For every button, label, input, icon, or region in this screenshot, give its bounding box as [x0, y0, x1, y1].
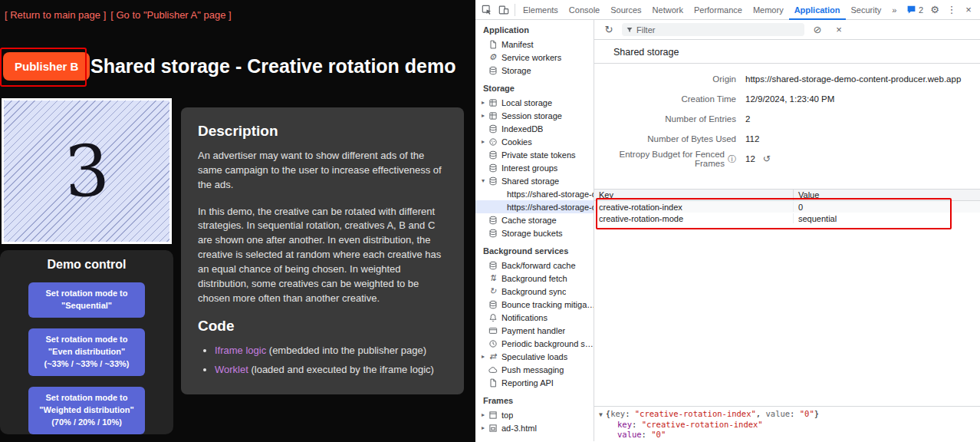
sidebar-item[interactable]: ▸ Local storage — [475, 96, 594, 109]
sidebar-item[interactable]: Storage buckets — [475, 226, 594, 239]
expander-icon[interactable]: ▸ — [479, 353, 487, 360]
item-icon — [487, 163, 498, 173]
disclosure-triangle-icon[interactable]: ▼ — [599, 411, 603, 418]
sidebar-item-label: Shared storage — [502, 176, 559, 186]
field-row: Creation Timeⓘ 12/9/2024, 1:23:40 PM ↺ — [594, 89, 980, 109]
item-icon — [487, 260, 498, 270]
expander-icon[interactable]: ▸ — [479, 138, 487, 145]
inspect-element-icon[interactable] — [478, 2, 495, 18]
sidebar-item[interactable]: ▸ Cookies — [475, 135, 594, 148]
expander-icon[interactable]: ▾ — [479, 177, 487, 184]
sidebar-item[interactable]: IndexedDB — [475, 122, 594, 135]
sidebar-item[interactable]: Payment handler — [475, 324, 594, 337]
code-list-item: Iframe logic (embedded into the publishe… — [215, 344, 447, 358]
issues-badge[interactable]: 2 — [906, 5, 923, 15]
expander-icon[interactable]: ▸ — [479, 112, 487, 119]
code-link[interactable]: Worklet — [215, 364, 248, 375]
devtools-tab[interactable]: Application — [789, 0, 846, 20]
sidebar-item[interactable]: Private state tokens — [475, 148, 594, 161]
sidebar-item[interactable]: ▸ Session storage — [475, 109, 594, 122]
item-icon — [487, 215, 498, 225]
devtools-tab[interactable]: Performance — [689, 0, 748, 20]
table-rows: creative-rotation-index 0 creative-rotat… — [594, 201, 980, 224]
rotation-mode-even-button[interactable]: Set rotation mode to "Even distribution"… — [28, 328, 145, 376]
sidebar-item[interactable]: Manifest — [475, 38, 594, 51]
sidebar-item[interactable]: Reporting API — [475, 376, 594, 389]
sidebar-item[interactable]: ▸ top — [475, 408, 594, 421]
column-header-value[interactable]: Value — [794, 190, 980, 200]
ad-creative[interactable]: 3 — [2, 98, 172, 244]
devtools-tab[interactable]: Security — [846, 0, 887, 20]
devtools-tab[interactable]: Sources — [605, 0, 646, 20]
nav-link[interactable]: [ Return to main page ] — [5, 9, 106, 21]
sidebar-item[interactable]: https://shared-storage-d… — [475, 200, 594, 213]
devtools-tab[interactable]: Elements — [518, 0, 564, 20]
code-heading: Code — [198, 318, 447, 335]
sidebar-item-label: Private state tokens — [502, 150, 576, 160]
sidebar-item-label: Speculative loads — [502, 352, 567, 361]
info-icon[interactable]: ⓘ — [728, 155, 736, 163]
sidebar-item-label: Notifications — [502, 313, 548, 322]
sidebar-item[interactable]: Bounce tracking mitiga… — [475, 298, 594, 311]
code-list-item: Worklet (loaded and executed by the ifra… — [215, 363, 447, 378]
item-icon — [487, 325, 498, 335]
rotation-mode-sequential-button[interactable]: Set rotation mode to "Sequential" — [28, 282, 145, 318]
sidebar-item[interactable]: Interest groups — [475, 161, 594, 174]
device-toolbar-icon[interactable] — [495, 2, 512, 18]
settings-gear-icon[interactable]: ⚙ — [926, 2, 943, 18]
sidebar-item[interactable]: Notifications — [475, 311, 594, 324]
sidebar-item[interactable]: Back/forward cache — [475, 259, 594, 272]
nav-link[interactable]: [ Go to "Publisher A" page ] — [110, 9, 231, 21]
column-header-key[interactable]: Key — [594, 190, 794, 200]
table-header-row: Key Value — [594, 189, 980, 201]
code-link[interactable]: Iframe logic — [215, 345, 266, 356]
filter-input[interactable] — [636, 25, 801, 35]
sidebar-item[interactable]: ▸ ad-3.html — [475, 421, 594, 434]
sidebar-item[interactable]: https://shared-storage-d… — [475, 187, 594, 200]
sidebar-item[interactable]: ⇅ Background fetch — [475, 272, 594, 285]
sidebar-item-label: ad-3.html — [502, 424, 537, 433]
block-icon[interactable]: ⊘ — [809, 21, 826, 38]
rotation-mode-weighted-button[interactable]: Set rotation mode to "Weighted distribut… — [28, 387, 145, 434]
field-value: 12/9/2024, 1:23:40 PM — [745, 94, 834, 104]
field-value: 12 — [745, 154, 755, 163]
expander-icon[interactable]: ▸ — [479, 411, 487, 418]
sidebar-item[interactable]: ▾ Shared storage — [475, 174, 594, 187]
clear-icon[interactable]: × — [830, 21, 847, 38]
metadata-fields: Originⓘ https://shared-storage-demo-cont… — [594, 64, 980, 169]
item-icon — [487, 338, 498, 348]
reset-budget-icon[interactable]: ↺ — [763, 154, 771, 163]
table-cell-key: creative-rotation-index — [594, 202, 794, 212]
devtools-tab[interactable]: Console — [564, 0, 605, 20]
sidebar-item[interactable]: ▸ ⇄ Speculative loads — [475, 350, 594, 363]
filter-box[interactable] — [622, 23, 804, 36]
table-cell-key: creative-rotation-mode — [594, 213, 794, 223]
devtools-window: Elements Console Sources Network Perform… — [475, 0, 980, 442]
expander-icon[interactable]: ▸ — [479, 424, 487, 431]
sidebar-item[interactable]: Periodic background s… — [475, 337, 594, 350]
refresh-icon[interactable]: ↻ — [600, 21, 617, 38]
sidebar-section-title: Application — [475, 21, 594, 38]
sidebar-item-label: Local storage — [502, 98, 552, 107]
sidebar-item[interactable]: Storage — [475, 64, 594, 77]
preview-entry: key: "creative-rotation-index" — [599, 420, 980, 430]
table-row[interactable]: creative-rotation-mode sequential — [594, 213, 980, 224]
sidebar-item[interactable]: Cache storage — [475, 213, 594, 226]
item-icon — [487, 312, 498, 322]
devtools-tab[interactable]: Network — [647, 0, 689, 20]
publisher-page: [ Return to main page ] [ Go to "Publish… — [0, 0, 475, 442]
more-tabs-chevron-icon[interactable]: » — [886, 5, 902, 15]
sidebar-item[interactable]: ⚙ Service workers — [475, 51, 594, 64]
item-icon — [487, 150, 498, 160]
table-row[interactable]: creative-rotation-index 0 — [594, 201, 980, 213]
close-devtools-icon[interactable]: × — [960, 2, 977, 18]
expander-icon[interactable]: ▸ — [479, 99, 487, 106]
sidebar-item-label: Periodic background s… — [502, 339, 594, 348]
sidebar-item-label: Cache storage — [502, 216, 557, 225]
sidebar-item[interactable]: Push messaging — [475, 363, 594, 376]
sidebar-item-label: Bounce tracking mitiga… — [502, 300, 594, 309]
sidebar-item[interactable]: ↻ Background sync — [475, 285, 594, 298]
item-icon — [487, 110, 498, 120]
kebab-menu-icon[interactable]: ⋮ — [943, 2, 960, 18]
devtools-tab[interactable]: Memory — [748, 0, 789, 20]
